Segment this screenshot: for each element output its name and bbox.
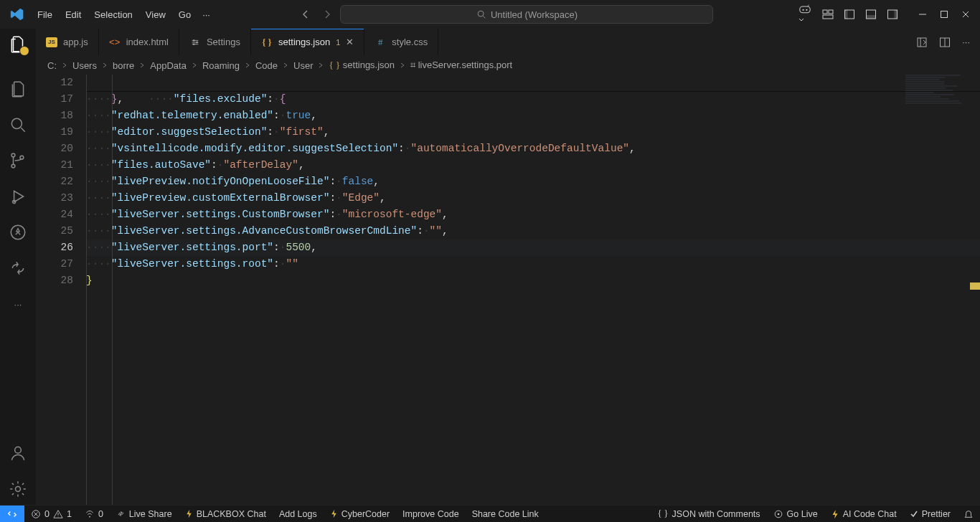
copilot-icon[interactable] (798, 4, 812, 26)
status-go-live[interactable]: Go Live (767, 509, 824, 519)
scrollbar-vertical[interactable] (970, 75, 980, 505)
status-prettier[interactable]: Prettier (903, 509, 957, 519)
code-line[interactable]: } (86, 272, 980, 289)
status-ports[interactable]: 0 (78, 506, 110, 522)
editor[interactable]: 12 171819202122232425262728 ····"files.e… (36, 75, 980, 505)
search-icon[interactable] (8, 115, 28, 135)
breadcrumb-segment[interactable]: Roaming (202, 60, 240, 71)
code-line[interactable]: ····"liveServer.settings.AdvanceCustomBr… (86, 223, 980, 239)
status-improve-code[interactable]: Improve Code (396, 509, 466, 519)
breadcrumb-segment[interactable]: AppData (150, 60, 187, 71)
minimap[interactable] (905, 75, 970, 275)
more-icon[interactable]: ··· (8, 294, 28, 314)
status-add-logs[interactable]: Add Logs (273, 509, 324, 519)
tab-style-css[interactable]: #style.css (364, 29, 438, 55)
open-changes-icon[interactable] (916, 37, 928, 48)
code-line[interactable]: ····"editor.suggestSelection":·"first", (86, 124, 980, 141)
status-problems[interactable]: 0 1 (24, 506, 78, 522)
code-line[interactable]: ····"livePreview.customExternalBrowser":… (86, 190, 980, 207)
close-icon[interactable]: ✕ (346, 37, 354, 47)
explorer-icon[interactable] (8, 34, 28, 54)
svg-point-2 (802, 9, 804, 10)
line-number: 17 (36, 91, 73, 108)
breadcrumb-segment[interactable]: Code (255, 60, 278, 71)
code-line[interactable]: ····"vsintellicode.modify.editor.suggest… (86, 141, 980, 157)
sticky-scroll-line[interactable]: ····"files.exclude":·{ (86, 75, 980, 91)
status-live-share[interactable]: Live Share (110, 509, 179, 519)
tab-settings-json[interactable]: { }settings.json 1 ✕ (251, 29, 364, 55)
tab-app-js[interactable]: JSapp.js (36, 29, 99, 55)
layout-sidebar-left-icon[interactable] (844, 9, 855, 20)
tab-Settings[interactable]: Settings (179, 29, 251, 55)
breadcrumb-segment[interactable]: ⌗ liveServer.settings.port (410, 60, 512, 71)
svg-rect-8 (845, 10, 848, 19)
menu-overflow[interactable]: ··· (197, 6, 216, 23)
layout-sidebar-right-icon[interactable] (887, 9, 898, 20)
line-number: 19 (36, 124, 73, 141)
menu-view[interactable]: View (140, 6, 171, 23)
svg-point-21 (16, 487, 21, 492)
svg-point-23 (196, 41, 197, 42)
vscode-logo-icon (6, 7, 29, 22)
nav-forward-icon[interactable] (321, 9, 333, 20)
status-ai-code-chat[interactable]: AI Code Chat (824, 509, 903, 519)
svg-rect-5 (829, 10, 833, 14)
breadcrumb-segment[interactable]: Users (72, 60, 97, 71)
svg-rect-13 (941, 11, 948, 18)
window-maximize-icon[interactable] (940, 10, 948, 19)
status-cybercoder[interactable]: CyberCoder (324, 509, 396, 519)
status-share-code-link[interactable]: Share Code Link (466, 509, 545, 519)
breadcrumb-segment[interactable]: borre (113, 60, 134, 71)
breadcrumbs[interactable]: C:UsersborreAppDataRoamingCodeUser{ } se… (36, 56, 980, 75)
scroll-marker-warning (970, 283, 980, 290)
code-line[interactable]: ····"livePreview.notifyOnOpenLooseFile":… (86, 174, 980, 190)
titlebar: FileEditSelectionViewGo ··· Untitled (Wo… (0, 0, 980, 29)
svg-point-16 (11, 164, 15, 168)
command-center-text: Untitled (Workspace) (491, 9, 578, 20)
tab-index-html[interactable]: <>index.html (99, 29, 179, 55)
svg-rect-1 (800, 6, 810, 13)
line-number: 23 (36, 190, 73, 207)
line-number: 22 (36, 174, 73, 190)
share-icon[interactable] (8, 258, 28, 278)
menu-file[interactable]: File (32, 6, 58, 23)
source-control-icon[interactable] (8, 151, 28, 171)
menu-bar: FileEditSelectionViewGo (32, 6, 197, 23)
extensions-icon[interactable] (8, 222, 28, 242)
more-actions-icon[interactable]: ··· (962, 37, 970, 47)
status-language[interactable]: { } JSON with Comments (651, 508, 766, 519)
window-minimize-icon[interactable] (918, 10, 927, 19)
settings-gear-icon[interactable] (8, 479, 28, 499)
code-area[interactable]: ····"files.exclude":·{ ····},····"redhat… (86, 75, 980, 505)
explorer-warning-badge (19, 46, 29, 56)
account-icon[interactable] (8, 443, 28, 463)
code-line[interactable]: ····"liveServer.settings.CustomBrowser":… (86, 207, 980, 223)
line-number: 20 (36, 141, 73, 157)
menu-go[interactable]: Go (173, 6, 197, 23)
code-line[interactable]: ····"liveServer.settings.root":·"" (86, 256, 980, 272)
line-number: 26 (36, 239, 73, 256)
svg-point-17 (20, 156, 24, 159)
code-line[interactable]: ····"files.autoSave":·"afterDelay", (86, 157, 980, 174)
menu-edit[interactable]: Edit (60, 6, 87, 23)
code-line[interactable]: ····"redhat.telemetry.enabled":·true, (86, 108, 980, 124)
breadcrumb-segment[interactable]: { } settings.json (329, 60, 395, 71)
code-line[interactable]: ····"liveServer.settings.port":·5500, (86, 239, 980, 256)
svg-point-30 (777, 513, 779, 515)
remote-indicator[interactable] (0, 506, 24, 522)
menu-selection[interactable]: Selection (88, 6, 138, 23)
breadcrumb-segment[interactable]: C: (47, 60, 57, 71)
files-icon[interactable] (8, 79, 28, 99)
breadcrumb-segment[interactable]: User (293, 60, 313, 71)
layout-panel-icon[interactable] (865, 9, 877, 20)
split-editor-icon[interactable] (939, 37, 951, 48)
run-debug-icon[interactable] (8, 186, 28, 207)
layout-customize-icon[interactable] (822, 9, 834, 20)
line-gutter: 12 171819202122232425262728 (36, 75, 86, 505)
status-blackbox-chat[interactable]: BLACKBOX Chat (179, 509, 273, 519)
status-notifications-icon[interactable] (957, 509, 980, 519)
svg-rect-6 (823, 15, 833, 19)
nav-back-icon[interactable] (300, 9, 311, 20)
command-center[interactable]: Untitled (Workspace) (340, 5, 713, 24)
window-close-icon[interactable] (961, 10, 970, 19)
